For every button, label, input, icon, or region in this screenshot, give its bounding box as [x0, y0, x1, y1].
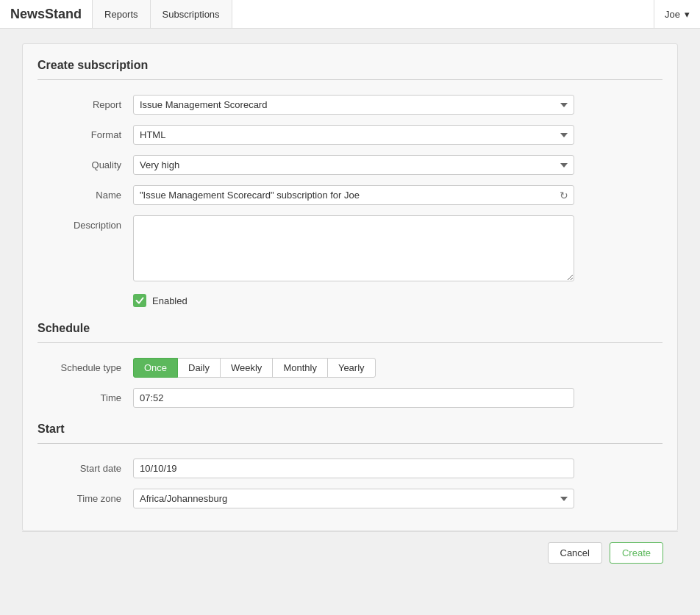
- description-field: [133, 215, 574, 284]
- quality-label: Quality: [38, 155, 133, 170]
- timezone-row: Time zone Africa/Johannesburg: [38, 489, 662, 508]
- schedule-section: Schedule Schedule type Once Daily Weekly…: [38, 322, 662, 408]
- enabled-row: Enabled: [133, 294, 662, 307]
- section-divider: [38, 79, 662, 80]
- name-input[interactable]: [133, 185, 574, 205]
- format-select[interactable]: HTML: [133, 125, 574, 145]
- description-textarea[interactable]: [133, 215, 574, 281]
- schedule-divider: [38, 342, 662, 343]
- tab-subscriptions[interactable]: Subscriptions: [151, 0, 232, 28]
- name-label: Name: [38, 185, 133, 201]
- time-field: [133, 388, 574, 408]
- quality-select[interactable]: Very high: [133, 155, 574, 175]
- start-title: Start: [38, 422, 662, 436]
- start-section: Start Start date Time zone Africa/Johann…: [38, 422, 662, 508]
- tab-reports[interactable]: Reports: [93, 0, 151, 28]
- format-label: Format: [38, 125, 133, 140]
- cancel-button[interactable]: Cancel: [548, 542, 602, 564]
- schedule-type-row: Schedule type Once Daily Weekly Monthly …: [38, 358, 662, 378]
- refresh-icon[interactable]: ↻: [560, 190, 568, 201]
- timezone-field: Africa/Johannesburg: [133, 489, 574, 508]
- schedule-btn-daily[interactable]: Daily: [177, 358, 221, 378]
- timezone-select[interactable]: Africa/Johannesburg: [133, 489, 574, 508]
- start-date-label: Start date: [38, 458, 133, 474]
- footer-buttons: Cancel Create: [22, 531, 678, 574]
- report-field: Issue Management Scorecard: [133, 95, 574, 115]
- nav-tabs: Reports Subscriptions: [93, 0, 654, 28]
- schedule-btn-weekly[interactable]: Weekly: [220, 358, 273, 378]
- enabled-checkbox[interactable]: [133, 294, 146, 307]
- name-input-wrapper: ↻: [133, 185, 574, 205]
- create-button[interactable]: Create: [610, 542, 663, 564]
- start-date-field: [133, 458, 574, 478]
- username: Joe: [665, 9, 680, 20]
- report-select[interactable]: Issue Management Scorecard: [133, 95, 574, 115]
- user-menu[interactable]: Joe ▾: [654, 0, 700, 28]
- quality-field: Very high: [133, 155, 574, 175]
- create-subscription-title: Create subscription: [38, 59, 662, 72]
- name-field: ↻: [133, 185, 574, 205]
- description-row: Description: [38, 215, 662, 284]
- format-field: HTML: [133, 125, 574, 145]
- create-subscription-card: Create subscription Report Issue Managem…: [22, 43, 678, 531]
- time-input[interactable]: [133, 388, 574, 408]
- enabled-label: Enabled: [152, 295, 188, 306]
- check-icon: [135, 296, 144, 305]
- chevron-down-icon: ▾: [685, 9, 690, 20]
- main-content: Create subscription Report Issue Managem…: [0, 29, 700, 589]
- schedule-title: Schedule: [38, 322, 662, 335]
- report-label: Report: [38, 95, 133, 110]
- start-date-row: Start date: [38, 458, 662, 478]
- report-row: Report Issue Management Scorecard: [38, 95, 662, 115]
- schedule-buttons: Once Daily Weekly Monthly Yearly: [133, 358, 574, 378]
- schedule-type-field: Once Daily Weekly Monthly Yearly: [133, 358, 574, 378]
- time-row: Time: [38, 388, 662, 408]
- description-label: Description: [38, 215, 133, 231]
- start-date-input[interactable]: [133, 458, 574, 478]
- schedule-btn-yearly[interactable]: Yearly: [327, 358, 376, 378]
- time-label: Time: [38, 388, 133, 403]
- schedule-btn-once[interactable]: Once: [133, 358, 178, 378]
- app-header: NewsStand Reports Subscriptions Joe ▾: [0, 0, 700, 29]
- schedule-btn-monthly[interactable]: Monthly: [272, 358, 328, 378]
- app-name: NewsStand: [10, 7, 82, 22]
- quality-row: Quality Very high: [38, 155, 662, 175]
- app-logo: NewsStand: [0, 0, 93, 28]
- name-row: Name ↻: [38, 185, 662, 205]
- format-row: Format HTML: [38, 125, 662, 145]
- timezone-label: Time zone: [38, 489, 133, 504]
- start-divider: [38, 443, 662, 444]
- schedule-type-label: Schedule type: [38, 358, 133, 373]
